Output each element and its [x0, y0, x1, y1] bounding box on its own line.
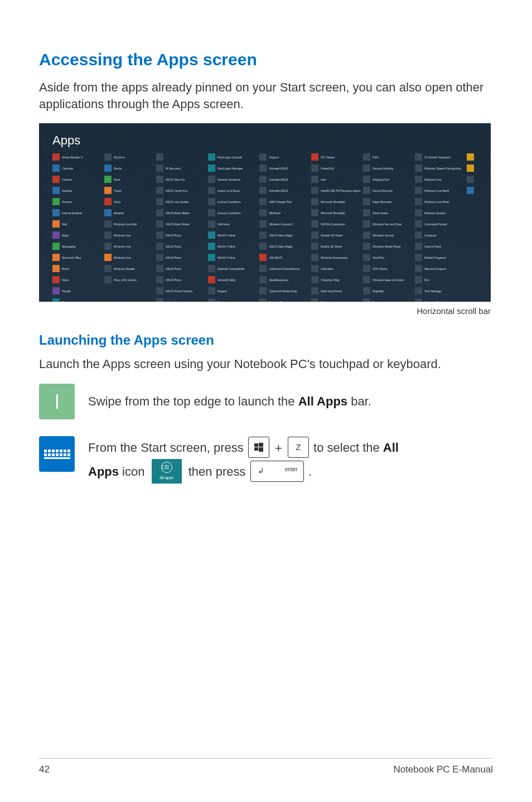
z-key: Z [288, 437, 309, 458]
scroll-bar-caption: Horizontal scroll bar [39, 306, 493, 316]
svg-rect-2 [254, 447, 258, 451]
touch-icon [39, 384, 75, 419]
manual-title: Notebook PC E-Manual [393, 764, 493, 775]
touch-instruction-text: Swipe from the top edge to launch the Al… [88, 390, 371, 413]
enter-key: enter↲ [250, 461, 304, 482]
launch-paragraph: Launch the Apps screen using your Notebo… [39, 356, 493, 373]
keyboard-instruction-row: From the Start screen, press + Z to sele… [39, 436, 493, 485]
svg-rect-0 [254, 443, 258, 447]
all-apps-icon: All apps [152, 459, 182, 484]
apps-screen-title: Apps [52, 133, 477, 148]
apps-screen-screenshot: Apps Adobe Reader X Calendar Camera Desk… [39, 123, 491, 302]
intro-paragraph: Aside from the apps already pinned on yo… [39, 79, 493, 112]
heading-launching-apps: Launching the Apps screen [39, 332, 493, 348]
keyboard-instruction-text: From the Start screen, press + Z to sele… [88, 436, 399, 485]
svg-rect-3 [259, 447, 263, 452]
page-number: 42 [39, 764, 50, 775]
page-footer: 42 Notebook PC E-Manual [39, 758, 493, 775]
apps-grid: Adobe Reader X Calendar Camera Desktop F… [52, 153, 477, 302]
svg-rect-1 [259, 443, 263, 447]
keyboard-icon [39, 436, 75, 472]
windows-key [248, 437, 269, 458]
touch-instruction-row: Swipe from the top edge to launch the Al… [39, 384, 493, 419]
heading-accessing-apps: Accessing the Apps screen [39, 50, 493, 69]
